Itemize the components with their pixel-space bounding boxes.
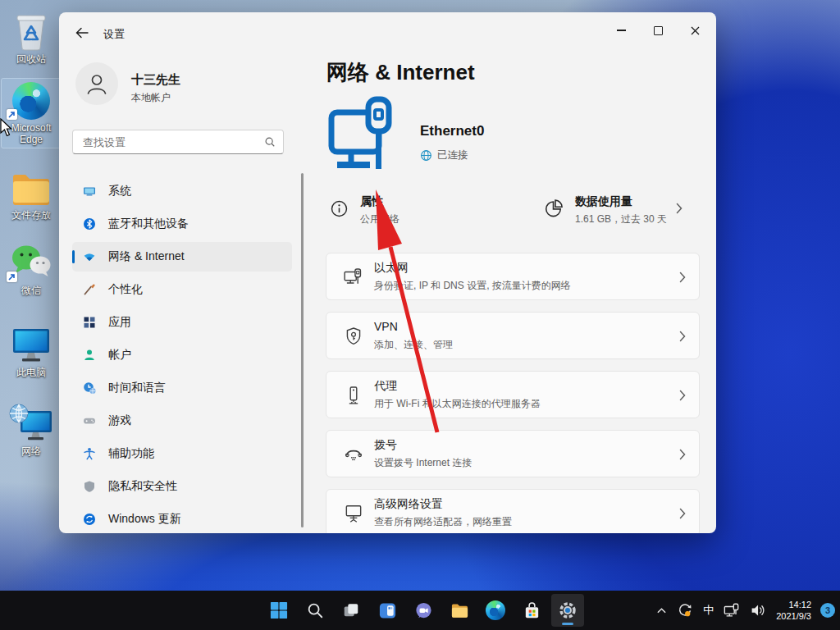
- info-icon: [329, 199, 349, 219]
- taskbar-center-icons: [262, 594, 584, 627]
- desktop-icon-label: 文件存放: [2, 209, 61, 221]
- sidebar-item-accounts[interactable]: 帐户: [72, 340, 292, 370]
- desktop-icon-file-folder[interactable]: 文件存放: [2, 166, 61, 221]
- network-icon: [2, 402, 61, 443]
- card-title: 拨号: [374, 438, 397, 453]
- tray-chevron-up-icon[interactable]: [656, 606, 667, 614]
- settings-search-box[interactable]: [72, 130, 284, 154]
- back-arrow-icon: [75, 27, 89, 39]
- file-explorer-button[interactable]: [443, 594, 476, 627]
- desktop-icon-network[interactable]: 网络: [2, 402, 61, 457]
- sidebar-item-bluetooth[interactable]: 蓝牙和其他设备: [72, 209, 292, 239]
- desktop-icon-wechat[interactable]: 微信: [2, 241, 61, 296]
- wechat-icon: [2, 241, 61, 282]
- close-icon: [691, 26, 700, 35]
- card-subtitle: 添加、连接、管理: [374, 338, 453, 352]
- card-dialup[interactable]: 拨号 设置拨号 Internet 连接: [326, 430, 700, 477]
- chevron-right-icon: [679, 272, 686, 283]
- search-icon: [264, 136, 276, 148]
- selected-indicator: [72, 250, 75, 263]
- avatar[interactable]: [75, 62, 118, 105]
- widgets-button[interactable]: [371, 594, 404, 627]
- sidebar-item-apps[interactable]: 应用: [72, 308, 292, 337]
- chevron-right-icon: [679, 508, 686, 519]
- card-ethernet[interactable]: 以太网 身份验证, IP 和 DNS 设置, 按流量计费的网络: [326, 253, 700, 300]
- settings-gear-icon: [558, 600, 578, 620]
- card-title: 以太网: [374, 261, 409, 276]
- desktop-icon-label: 网络: [2, 445, 61, 457]
- chevron-right-icon: [679, 331, 686, 342]
- maximize-icon: [654, 26, 663, 35]
- this-pc-icon: [2, 323, 61, 364]
- recycle-bin-icon: [2, 10, 61, 51]
- desktop-icon-this-pc[interactable]: 此电脑: [2, 323, 61, 378]
- desktop-icon-recycle-bin[interactable]: 回收站: [2, 10, 61, 65]
- chevron-right-icon[interactable]: [676, 203, 682, 214]
- sidebar-item-label: 应用: [108, 315, 131, 330]
- system-icon: [83, 185, 96, 198]
- open-app-indicator: [562, 623, 573, 625]
- tray-network-icon[interactable]: [723, 602, 741, 619]
- shield-icon: [83, 480, 96, 493]
- settings-button[interactable]: [551, 594, 584, 627]
- tray-time: 14:12: [776, 599, 811, 610]
- sidebar-item-label: 隐私和安全性: [108, 479, 177, 494]
- update-pending-icon[interactable]: [676, 601, 694, 619]
- edge-icon: [486, 600, 505, 620]
- store-button[interactable]: [515, 594, 548, 627]
- connection-name: Ethernet0: [420, 123, 484, 139]
- settings-window: 设置 十三先生 本地帐户 系统: [59, 12, 716, 533]
- shortcut-arrow-icon: [7, 272, 17, 282]
- sidebar-item-personalization[interactable]: 个性化: [72, 275, 292, 304]
- task-view-button[interactable]: [335, 594, 368, 627]
- notification-badge[interactable]: 3: [820, 603, 835, 618]
- card-advanced-network[interactable]: 高级网络设置 查看所有网络适配器，网络重置: [326, 489, 700, 533]
- page-title: 网络 & Internet: [326, 58, 475, 87]
- sidebar-item-system[interactable]: 系统: [72, 176, 292, 206]
- tray-clock[interactable]: 14:12 2021/9/3: [776, 599, 811, 622]
- card-proxy[interactable]: 代理 用于 Wi-Fi 和以太网连接的代理服务器: [326, 371, 700, 418]
- card-title: 代理: [374, 379, 397, 394]
- clock-language-icon: [83, 381, 96, 395]
- search-input[interactable]: [81, 130, 261, 153]
- sidebar-item-accessibility[interactable]: 辅助功能: [72, 439, 292, 468]
- sidebar-item-label: 系统: [108, 184, 131, 199]
- sidebar-item-time-language[interactable]: 时间和语言: [72, 373, 292, 403]
- status-text: 已连接: [437, 148, 468, 162]
- chat-button[interactable]: [407, 594, 440, 627]
- back-button[interactable]: [72, 23, 92, 43]
- card-vpn[interactable]: VPN 添加、连接、管理: [326, 312, 700, 359]
- card-title: VPN: [374, 320, 398, 333]
- card-subtitle: 身份验证, IP 和 DNS 设置, 按流量计费的网络: [374, 279, 571, 293]
- bluetooth-icon: [83, 217, 96, 231]
- maximize-button[interactable]: [640, 19, 676, 42]
- data-usage-subtitle: 1.61 GB，过去 30 天: [575, 212, 667, 226]
- proxy-server-icon: [343, 385, 364, 406]
- globe-icon: [420, 149, 432, 162]
- sidebar-item-windows-update[interactable]: Windows 更新: [72, 504, 292, 533]
- minimize-icon: [617, 30, 626, 30]
- data-usage-quick[interactable]: 数据使用量 1.61 GB，过去 30 天: [542, 194, 667, 226]
- sidebar-item-privacy-security[interactable]: 隐私和安全性: [72, 472, 292, 501]
- properties-quick[interactable]: 属性 公用网络: [329, 194, 399, 226]
- card-subtitle: 设置拨号 Internet 连接: [374, 456, 472, 470]
- sidebar-scrollbar[interactable]: [301, 173, 304, 527]
- close-button[interactable]: [677, 19, 713, 42]
- card-title: 高级网络设置: [374, 497, 443, 512]
- taskbar-search-button[interactable]: [299, 594, 331, 627]
- brush-icon: [83, 283, 96, 296]
- wifi-icon: [83, 250, 96, 263]
- sidebar-item-label: Windows 更新: [108, 512, 181, 527]
- apps-icon: [83, 316, 96, 329]
- start-button[interactable]: [262, 594, 295, 627]
- tray-volume-icon[interactable]: [750, 602, 767, 619]
- edge-button[interactable]: [479, 594, 512, 627]
- store-icon: [523, 601, 541, 620]
- minimize-button[interactable]: [603, 19, 639, 42]
- sidebar-item-network-internet[interactable]: 网络 & Internet: [72, 242, 292, 272]
- mouse-cursor-icon: [0, 118, 15, 138]
- gamepad-icon: [83, 414, 96, 427]
- card-subtitle: 用于 Wi-Fi 和以太网连接的代理服务器: [374, 397, 541, 411]
- ime-indicator[interactable]: 中: [703, 603, 714, 618]
- sidebar-item-gaming[interactable]: 游戏: [72, 406, 292, 436]
